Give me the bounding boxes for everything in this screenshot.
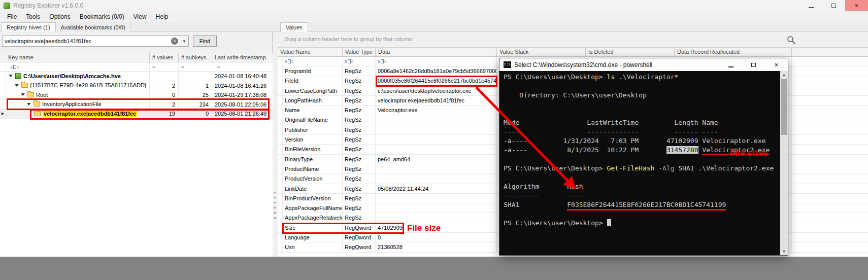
- search-grid-icon[interactable]: [787, 36, 796, 45]
- menu-view[interactable]: View: [129, 11, 151, 22]
- value-name-cell: FileId: [283, 76, 343, 85]
- tree-row[interactable]: Root0252024-01-29 17:38:08: [0, 90, 273, 100]
- column-header-c-ts[interactable]: Last write timestamp: [212, 53, 273, 62]
- panel-splitter[interactable]: [273, 32, 278, 257]
- value-type-cell: RegQword: [343, 223, 376, 232]
- scroll-thumb[interactable]: [781, 79, 787, 135]
- last-write-timestamp-cell: 2024-01-08 16:40:48: [212, 72, 273, 81]
- terminal-close-icon[interactable]: ×: [765, 58, 788, 71]
- hive-icon: [15, 73, 21, 79]
- expand-collapse-icon[interactable]: [9, 75, 13, 77]
- values-count-cell: 0: [150, 90, 179, 99]
- scroll-up-icon[interactable]: ▲: [780, 71, 788, 79]
- tree-key-name: C:\Users\user\Desktop\Amcache.hve: [6, 72, 150, 81]
- terminal-line: ---- ------------- ------ ----: [504, 127, 780, 136]
- tree-row[interactable]: {11517B7C-E79D-4e20-961B-75A811715ADD}21…: [0, 81, 273, 91]
- terminal-line: Mode LastWriteTime Length Name: [504, 118, 780, 127]
- filter-cell-keyname[interactable]: ac: [6, 62, 150, 71]
- terminal-line: Algorithm Hash: [504, 182, 780, 191]
- terminal-maximize-icon[interactable]: [742, 58, 765, 71]
- row-indicator-cell: [278, 242, 283, 252]
- menu-help[interactable]: Help: [151, 11, 173, 22]
- tree-row[interactable]: InventoryApplicationFile22342025-08-01 2…: [0, 100, 273, 110]
- column-header-c-vals[interactable]: # values: [150, 53, 179, 62]
- filter-cell[interactable]: ac: [376, 57, 497, 66]
- scroll-down-icon[interactable]: ▼: [780, 248, 788, 255]
- expand-collapse-icon[interactable]: [27, 103, 31, 106]
- splitter-grip-icon[interactable]: [274, 192, 276, 222]
- close-icon[interactable]: ×: [845, 0, 868, 11]
- value-data-cell: 0000f035e86f264415e8f0266e217bc0bd1c4574…: [376, 76, 497, 85]
- row-indicator-cell: [278, 194, 283, 203]
- equals-filter-icon[interactable]: =: [181, 64, 184, 70]
- value-type-cell: RegSz: [343, 66, 376, 76]
- search-box: ×: [2, 36, 180, 47]
- maximize-icon[interactable]: [822, 0, 845, 11]
- equals-filter-icon[interactable]: =: [152, 64, 155, 70]
- tree-grid-filter-row: ac===: [0, 62, 273, 72]
- app-title: Registry Explorer v1.6.0.0: [13, 2, 83, 9]
- equals-filter-icon[interactable]: =: [217, 64, 220, 70]
- clear-search-icon[interactable]: ×: [171, 38, 178, 45]
- terminal-minimize-icon[interactable]: [719, 58, 742, 71]
- column-header-h-drr[interactable]: Data Record Reallocated: [675, 48, 792, 56]
- tab-values[interactable]: Values: [280, 22, 308, 32]
- value-data-cell: [376, 145, 497, 154]
- regex-filter-icon[interactable]: ac: [378, 59, 387, 64]
- filter-cell[interactable]: ac: [283, 57, 343, 66]
- filter-cell[interactable]: ac: [343, 57, 376, 66]
- terminal-scrollbar[interactable]: ▲ ▼: [780, 71, 788, 255]
- tab-registry-hives[interactable]: Registry hives (1): [1, 22, 56, 32]
- value-name-cell: Version: [283, 135, 343, 144]
- filter-cell[interactable]: =: [179, 62, 212, 71]
- value-type-cell: RegSz: [343, 155, 376, 164]
- value-type-cell: RegSz: [343, 76, 376, 85]
- value-data-cell: [376, 203, 497, 213]
- tab-available-bookmarks[interactable]: Available bookmarks (0/0): [56, 22, 131, 32]
- row-indicator-cell: [278, 203, 283, 213]
- menu-file[interactable]: File: [3, 11, 21, 22]
- value-name-cell: OriginalFileName: [283, 115, 343, 124]
- row-indicator-cell: [0, 100, 6, 109]
- value-data-cell: [376, 164, 497, 173]
- expand-collapse-icon[interactable]: [21, 93, 25, 96]
- regex-filter-icon[interactable]: ac: [10, 64, 19, 69]
- find-button[interactable]: Find: [193, 36, 217, 47]
- menu-bookmarks[interactable]: Bookmarks (0/0): [75, 11, 129, 22]
- filter-cell[interactable]: =: [150, 62, 179, 71]
- menu-tools[interactable]: Tools: [21, 11, 45, 22]
- tree-row[interactable]: ▶velociraptor.exe|aeedbdb141f81fec190202…: [0, 109, 273, 119]
- value-data-cell: [376, 213, 497, 222]
- regex-filter-icon[interactable]: ac: [285, 59, 294, 64]
- terminal-line: [504, 82, 780, 91]
- column-header-h-name[interactable]: Value Name: [278, 48, 343, 56]
- column-header-h-slack[interactable]: Value Slack: [497, 48, 586, 56]
- filter-cell[interactable]: =: [212, 62, 273, 71]
- terminal-line: Directory: C:\Users\user\Desktop: [504, 91, 780, 100]
- column-header-h-del[interactable]: Is Deleted: [586, 48, 675, 56]
- value-name-cell: AppxPackageRelativeId: [283, 213, 343, 222]
- terminal-text: -a---- 8/1/2025 10:22 PM: [504, 146, 666, 154]
- terminal-content[interactable]: PS C:\Users\user\Desktop> ls .\Velocirap…: [499, 71, 780, 255]
- search-input[interactable]: [5, 37, 168, 46]
- minimize-icon[interactable]: [799, 0, 822, 11]
- menu-options[interactable]: Options: [45, 11, 75, 22]
- search-dropdown-icon[interactable]: ▼: [180, 36, 189, 47]
- column-header-h-type[interactable]: Value Type: [343, 48, 376, 56]
- last-write-timestamp-cell: 2025-08-01 21:26:49: [212, 109, 273, 118]
- terminal-line: [504, 209, 780, 219]
- terminal-text: Get-FileHash: [607, 164, 655, 172]
- row-indicator-cell: [278, 106, 283, 115]
- value-type-cell: RegSz: [343, 164, 376, 173]
- column-header-c-name[interactable]: Key name: [6, 53, 150, 62]
- column-header-h-data[interactable]: Data: [376, 48, 497, 56]
- regex-filter-icon[interactable]: ac: [345, 59, 354, 64]
- value-type-cell: RegSz: [343, 174, 376, 183]
- value-data-cell: 0: [376, 233, 497, 242]
- folder-icon: [21, 83, 28, 88]
- expand-collapse-icon[interactable]: [15, 84, 19, 87]
- annotation-file-sizes: File sizes: [730, 148, 769, 158]
- value-data-cell: Velociraptor.exe: [376, 106, 497, 115]
- tree-row[interactable]: C:\Users\user\Desktop\Amcache.hve2024-01…: [0, 72, 273, 81]
- column-header-c-subs[interactable]: # subkeys: [179, 53, 212, 62]
